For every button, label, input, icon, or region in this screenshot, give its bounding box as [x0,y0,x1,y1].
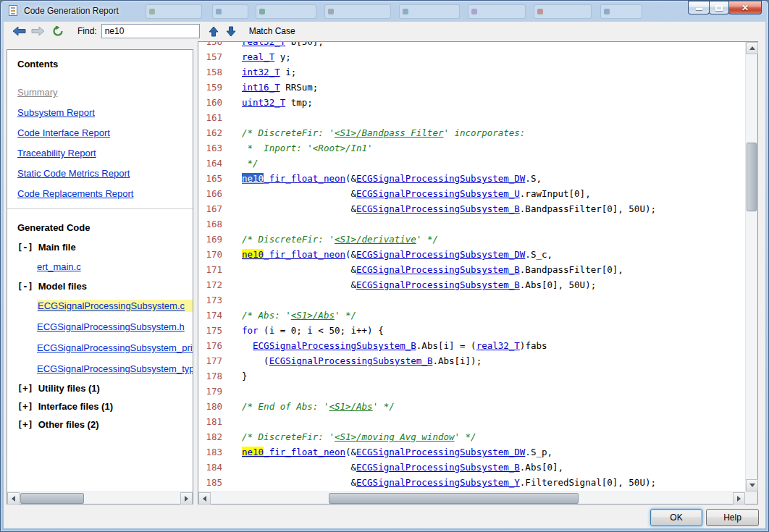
contents-horizontal-scrollbar[interactable] [7,491,193,504]
code-comment: /* DiscreteFir: ' [242,431,335,442]
file-link[interactable]: ert_main.c [37,261,81,272]
code-link[interactable]: real_T [242,51,274,62]
code-line: 167 &ECGSignalProcessingSubsystem_B.Band… [198,201,656,216]
code-line: 170ne10_fir_float_neon(&ECGSignalProcess… [198,247,656,262]
code-link[interactable]: <S1>/Abs [291,310,335,321]
scroll-down-button[interactable] [746,479,758,491]
glass-ghost-tab [212,4,248,19]
sidebar-link-5[interactable]: Code Replacements Report [17,188,193,199]
code-horizontal-scrollbar[interactable] [198,491,745,504]
code-link[interactable]: <S1>/Abs [329,401,372,412]
code-link[interactable]: <S1>/derivative [335,234,416,245]
sidebar-link-1[interactable]: Subsystem Report [17,107,193,118]
code-link[interactable]: ECGSignalProcessingSubsystem_Y [356,477,520,488]
contents-scrollbar-thumb[interactable] [20,493,84,504]
code-token: .S, [525,173,542,184]
scroll-right-button[interactable] [180,492,193,504]
tree-child-row: ert_main.c [37,260,193,273]
code-link[interactable]: <S1>/moving Avg window [335,431,455,442]
help-button[interactable]: Help [706,509,759,526]
sidebar-link-4[interactable]: Static Code Metrics Report [17,168,193,179]
code-link[interactable]: ECGSignalProcessingSubsystem_B [356,203,520,214]
tree-toggle-icon[interactable]: [+] [17,402,33,412]
code-link[interactable]: uint32_T [242,97,285,108]
close-button[interactable]: ✕ [728,1,762,14]
scroll-up-button[interactable] [746,42,758,54]
sidebar-link-2[interactable]: Code Interface Report [17,127,193,138]
tree-toggle-icon[interactable]: [+] [17,384,33,394]
code-link[interactable]: _fir_float_neon [264,173,345,184]
code-comment: ' incorporates: [443,127,525,138]
code-link[interactable]: ECGSignalProcessingSubsystem_U [356,188,520,199]
file-link[interactable]: ECGSignalProcessingSubsystem.c [37,300,193,312]
code-hscrollbar-thumb[interactable] [329,493,579,504]
contents-heading: Contents [17,59,193,69]
ok-button[interactable]: OK [650,509,702,526]
tree-node[interactable]: [+]Interface files (1) [17,401,193,412]
line-number: 178 [198,368,222,384]
client-area: Find: Match Case Contents SummarySubsyst… [4,22,765,528]
code-link[interactable]: ne10 [242,173,264,184]
minimize-button[interactable] [688,1,710,14]
code-token: (& [345,447,356,457]
contents-scroll-area: Contents SummarySubsystem ReportCode Int… [7,50,193,491]
code-token: .BandpassFilter[0], [520,264,623,275]
code-link[interactable]: ECGSignalProcessingSubsystem_DW [356,173,525,184]
match-case-option[interactable]: Match Case [249,26,295,36]
tree-toggle-icon[interactable]: [-] [17,242,33,253]
code-link[interactable]: int32_T [242,67,280,77]
tree-node[interactable]: [-]Model files [17,281,193,292]
window-title: Code Generation Report [24,6,119,16]
code-text: /* DiscreteFir: '<S1>/moving Avg window'… [242,431,476,442]
forward-button[interactable] [30,23,46,39]
back-button[interactable] [11,23,27,39]
sidebar-link-3[interactable]: Traceability Report [17,148,193,159]
code-link[interactable]: real32_T [476,340,520,351]
code-link[interactable]: <S1>/Bandpass Filter [335,127,444,138]
line-number: 179 [198,384,222,399]
maximize-button[interactable] [709,1,729,14]
tree-child-row: ECGSignalProcessingSubsystem.c [37,299,193,312]
code-line: 177 (ECGSignalProcessingSubsystem_B.Abs[… [198,353,656,368]
sidebar-link-0[interactable]: Summary [17,87,193,98]
titlebar[interactable]: Code Generation Report ✕ [1,1,768,22]
code-link[interactable]: ECGSignalProcessingSubsystem_B [356,264,520,275]
code-link[interactable]: ECGSignalProcessingSubsystem_B [356,462,520,473]
code-link[interactable]: real32_T [242,42,285,47]
code-link[interactable]: ECGSignalProcessingSubsystem_B [269,355,433,366]
glass-ghost-tab [534,4,592,19]
code-token: .Abs[i] = ( [416,340,476,351]
code-vertical-scrollbar[interactable] [745,42,757,491]
code-link[interactable]: ne10 [242,249,264,260]
refresh-button[interactable] [50,23,66,39]
find-previous-button[interactable] [206,23,222,39]
code-link[interactable]: ECGSignalProcessingSubsystem_DW [356,447,525,457]
scroll-right-button[interactable] [733,492,745,504]
tree-toggle-icon[interactable]: [+] [17,420,33,430]
find-input[interactable] [101,24,200,38]
file-link[interactable]: ECGSignalProcessingSubsystem_types.h [37,363,193,374]
code-text: real32_T b[50]; [242,42,324,47]
code-link[interactable]: ECGSignalProcessingSubsystem_B [356,279,520,290]
file-link[interactable]: ECGSignalProcessingSubsystem.h [37,321,185,332]
code-vscrollbar-thumb[interactable] [747,143,757,211]
code-link[interactable]: ECGSignalProcessingSubsystem_B [253,340,416,351]
tree-child-row: ECGSignalProcessingSubsystem_types.h [37,362,193,375]
tree-node[interactable]: [+]Other files (2) [17,419,193,430]
scroll-left-button[interactable] [198,492,211,504]
code-token: )fabs [520,340,547,351]
tree-toggle-icon[interactable]: [-] [17,282,33,292]
tree-node[interactable]: [-]Main file [17,242,193,253]
code-link[interactable]: ne10 [242,447,264,457]
scroll-left-button[interactable] [7,492,20,504]
tree-node[interactable]: [+]Utility files (1) [17,383,193,394]
code-link[interactable]: _fir_float_neon [264,447,345,457]
find-next-button[interactable] [223,23,239,39]
code-link[interactable]: int16_T [242,82,280,93]
file-link[interactable]: ECGSignalProcessingSubsystem_private.h [37,342,193,353]
code-link[interactable]: _fir_float_neon [264,249,345,260]
line-number: 182 [198,429,222,444]
code-line: 160uint32_T tmp; [198,95,656,110]
code-link[interactable]: ECGSignalProcessingSubsystem_DW [356,249,525,260]
code-line: 158int32_T i; [198,64,656,80]
